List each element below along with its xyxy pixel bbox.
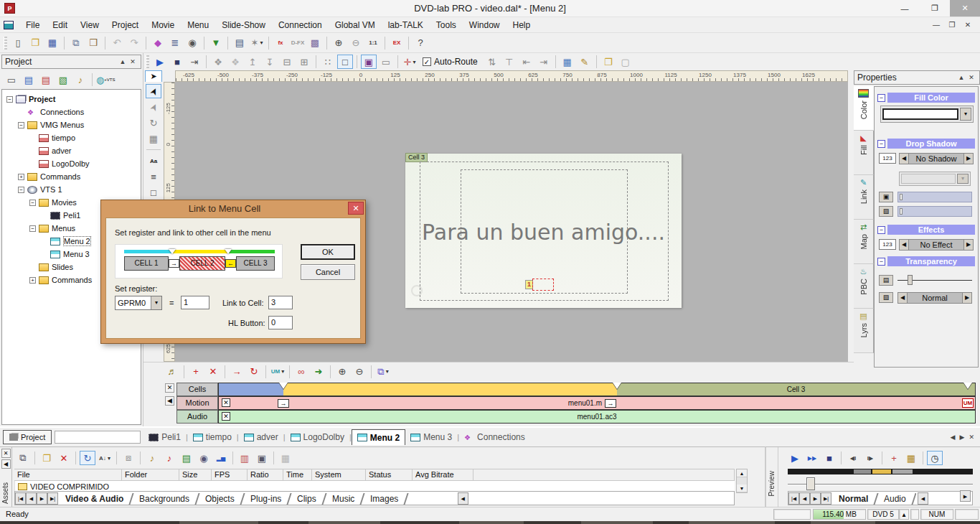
text-tool[interactable]: Aa — [146, 154, 161, 168]
menu-item-help[interactable]: Help — [507, 20, 537, 30]
cell2-segment[interactable] — [283, 383, 617, 396]
um-cell-button-caret[interactable]: ▾ — [281, 368, 284, 375]
last-tab-icon[interactable]: ▶| — [821, 492, 831, 505]
tab-scroll-right-icon[interactable]: ▶ — [960, 434, 965, 441]
drop-shadow-section-header[interactable]: − Drop Shadow — [877, 139, 975, 149]
fx-button[interactable]: fx — [273, 36, 288, 50]
properties-panel-header[interactable]: Properties ▲ ✕ — [854, 70, 980, 85]
browse-grid-button[interactable]: ▦ — [278, 451, 293, 465]
spin-right-icon[interactable]: ▶ — [963, 239, 974, 251]
show-video-frame-button[interactable]: ▭ — [378, 55, 394, 69]
tab-close-icon[interactable]: ✕ — [969, 434, 974, 441]
project-panel-header[interactable]: Project ▲ ✕ — [1, 55, 141, 69]
mdi-close-button[interactable]: ✕ — [963, 21, 973, 29]
toolbar-grip[interactable] — [146, 55, 149, 68]
raise-object-button[interactable]: ↥ — [245, 55, 260, 69]
audio-track[interactable]: ✕ menu01.ac3 — [218, 410, 976, 424]
grid-settings-button[interactable]: ▦ — [560, 55, 575, 69]
wizard-button[interactable]: ✶▾ — [249, 36, 265, 50]
center-vertical-button[interactable]: ⊞ — [296, 55, 312, 69]
prev-tab-icon[interactable]: ◀ — [799, 492, 810, 505]
column-header-time[interactable]: Time — [283, 469, 312, 481]
cell-boundary-marker[interactable] — [613, 383, 621, 389]
check-project-button[interactable]: ◉ — [184, 36, 200, 50]
cell1-segment[interactable] — [219, 383, 283, 396]
tree-item-vts-1[interactable]: −VTS 1 — [2, 183, 141, 196]
render-motion-button[interactable]: ▩ — [307, 36, 323, 50]
tree-expander-icon[interactable]: − — [6, 96, 13, 103]
tab-adver[interactable]: adver — [239, 429, 283, 445]
assets-tab-video-audio[interactable]: Video & Audio — [56, 493, 134, 505]
restore-button[interactable]: ❐ — [920, 0, 950, 17]
cell-boundary-marker[interactable] — [963, 383, 972, 389]
menu-item-window[interactable]: Window — [463, 20, 507, 30]
extract-audio-button[interactable]: ♪ — [144, 451, 160, 465]
transparency-icon[interactable]: ▤ — [879, 275, 893, 286]
spin-right-icon[interactable]: ▶ — [962, 292, 972, 304]
cells-track-label[interactable]: Cells — [176, 383, 218, 396]
spin-left-icon[interactable]: ◀ — [897, 292, 908, 304]
play-after-button[interactable]: ➜ — [311, 365, 326, 379]
remove-asset-button[interactable]: ✕ — [56, 451, 72, 465]
transform-tool[interactable]: ↻ — [146, 116, 161, 130]
hotspot-tool-button-caret[interactable]: ▾ — [413, 59, 415, 65]
properties-tab-map[interactable]: ⇄Map — [854, 220, 874, 264]
mesh-tool[interactable]: ▦ — [146, 131, 161, 146]
fill-color-section-header[interactable]: − Fill Color — [877, 93, 975, 103]
menu-text-object[interactable]: Para un buen amigo.... — [405, 220, 682, 245]
tab-scroll-left-icon[interactable]: ◀ — [951, 434, 956, 441]
tree-item-project[interactable]: −Project — [2, 93, 141, 106]
shadow-blur-slider[interactable] — [897, 206, 972, 217]
sort-button-caret[interactable]: ▾ — [108, 455, 110, 462]
spin-left-icon[interactable]: ◀ — [899, 239, 909, 251]
zoom-out-button[interactable]: ⊖ — [348, 36, 364, 50]
column-header-avg-bitrate[interactable]: Avg Bitrate — [413, 469, 473, 481]
minimize-button[interactable]: — — [890, 0, 920, 17]
preview-seek-slider[interactable] — [788, 477, 973, 490]
auto-update-button[interactable]: ↻ — [80, 451, 95, 465]
close-panel-icon[interactable]: ✕ — [128, 58, 138, 65]
mdi-child-icon[interactable] — [4, 21, 14, 29]
add-movie-button[interactable]: ▭ — [4, 72, 19, 87]
tree-item-logodolby[interactable]: LogoDolby — [2, 157, 141, 170]
transparency-slider[interactable] — [897, 275, 972, 286]
effects-section-header[interactable]: − Effects — [877, 225, 975, 235]
sort-button[interactable]: A↓▾ — [97, 451, 113, 465]
pv-stop-button[interactable]: ■ — [821, 451, 837, 465]
copy-motion-button[interactable]: ⧉▾ — [375, 365, 391, 379]
pro-ex-button[interactable]: EX — [389, 36, 405, 50]
zoom-actual-button[interactable]: 1:1 — [365, 36, 381, 50]
blend-mode-icon[interactable]: ▨ — [879, 292, 893, 303]
open-project-button[interactable]: ❐ — [27, 36, 43, 50]
tree-expander-icon[interactable]: + — [29, 277, 36, 284]
preview-tab-normal[interactable]: Normal — [831, 493, 879, 505]
fill-color-dropdown-icon[interactable]: ▾ — [960, 108, 971, 121]
link-to-cell-input[interactable]: 3 — [268, 296, 293, 309]
paste-button[interactable]: ❒ — [85, 36, 101, 50]
cells-track[interactable]: Cell 3 — [218, 383, 976, 396]
cell3-segment[interactable]: Cell 3 — [617, 383, 975, 396]
menu-button-hotspot[interactable] — [532, 279, 554, 291]
fill-color-swatch[interactable] — [882, 108, 958, 120]
properties-tab-pbc[interactable]: ♨PBC — [854, 264, 874, 309]
tab-tiempo[interactable]: tiempo — [188, 429, 237, 445]
timeline-collapse-icon[interactable]: ◀ — [165, 396, 174, 406]
audio-mute-checkbox[interactable]: ✕ — [222, 412, 230, 421]
tree-expander-icon[interactable]: − — [18, 187, 24, 193]
cell-audio-button[interactable]: ♬ — [164, 365, 180, 379]
hl-button-input[interactable]: 0 — [268, 316, 293, 329]
capture-monitor-button[interactable]: ▢ — [618, 55, 633, 69]
tree-expander-icon[interactable]: − — [29, 225, 36, 232]
next-tab-icon[interactable]: ▶ — [810, 492, 821, 505]
column-header-status[interactable]: Status — [366, 469, 413, 481]
properties-tab-lyrs[interactable]: ▤Lyrs — [854, 309, 874, 353]
pv-prev-frame-button[interactable]: ◀I — [845, 451, 861, 465]
snap-to-grid-button[interactable]: □ — [337, 55, 353, 69]
route-vertical-button[interactable]: ⇅ — [484, 55, 500, 69]
tab-connections[interactable]: ❖Connections — [459, 429, 530, 445]
tab-menu-3[interactable]: Menu 3 — [405, 429, 457, 445]
assets-tab-music[interactable]: Music — [324, 493, 366, 505]
preview-asset-button[interactable]: ◉ — [196, 451, 212, 465]
menu-item-file[interactable]: File — [19, 20, 46, 30]
tab-logodolby[interactable]: LogoDolby — [286, 429, 349, 445]
